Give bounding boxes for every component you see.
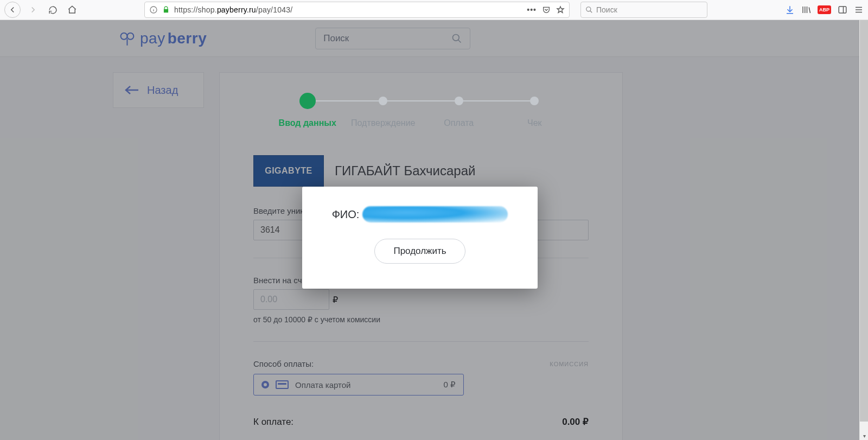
viewport: payberry Поиск Назад Ввод данных Подтвер… xyxy=(0,20,868,440)
search-icon xyxy=(585,6,593,14)
confirmation-modal: ФИО: Продолжить xyxy=(302,187,538,289)
page-actions-icon[interactable]: ••• xyxy=(527,5,537,14)
progress-steps: Ввод данных Подтверждение Оплата Чек xyxy=(270,97,572,128)
lock-icon xyxy=(162,6,170,14)
scroll-thumb[interactable] xyxy=(860,20,868,422)
fio-label: ФИО: xyxy=(332,208,360,221)
browser-search-placeholder: Поиск xyxy=(596,5,617,14)
abp-icon[interactable]: ABP xyxy=(818,5,831,14)
bookmark-star-icon[interactable] xyxy=(556,5,565,14)
reload-button[interactable] xyxy=(46,3,60,17)
fio-redacted xyxy=(362,206,508,222)
browser-toolbar: https://shop.payberry.ru/pay/1043/ ••• П… xyxy=(0,0,868,20)
svg-rect-2 xyxy=(839,7,846,13)
address-bar[interactable]: https://shop.payberry.ru/pay/1043/ ••• xyxy=(144,2,570,18)
vertical-scrollbar[interactable]: ▴ ▾ xyxy=(859,20,868,440)
info-icon xyxy=(149,5,158,14)
nav-forward-button[interactable] xyxy=(26,3,40,17)
browser-search-input[interactable]: Поиск xyxy=(580,2,707,18)
step-pay[interactable]: Оплата xyxy=(421,97,497,128)
continue-button[interactable]: Продолжить xyxy=(374,239,465,264)
step-confirm[interactable]: Подтверждение xyxy=(346,97,422,128)
downloads-icon[interactable] xyxy=(785,5,795,15)
step-receipt[interactable]: Чек xyxy=(497,97,573,128)
home-button[interactable] xyxy=(65,3,79,17)
url-text: https://shop.payberry.ru/pay/1043/ xyxy=(174,5,522,14)
pocket-icon[interactable] xyxy=(542,5,551,14)
step-input[interactable]: Ввод данных xyxy=(270,97,346,128)
scroll-down-icon[interactable]: ▾ xyxy=(860,431,868,440)
menu-icon[interactable] xyxy=(854,5,864,15)
library-icon[interactable] xyxy=(801,5,811,15)
svg-point-1 xyxy=(586,7,591,11)
nav-back-button[interactable] xyxy=(4,2,21,18)
sidebar-icon[interactable] xyxy=(838,5,847,15)
